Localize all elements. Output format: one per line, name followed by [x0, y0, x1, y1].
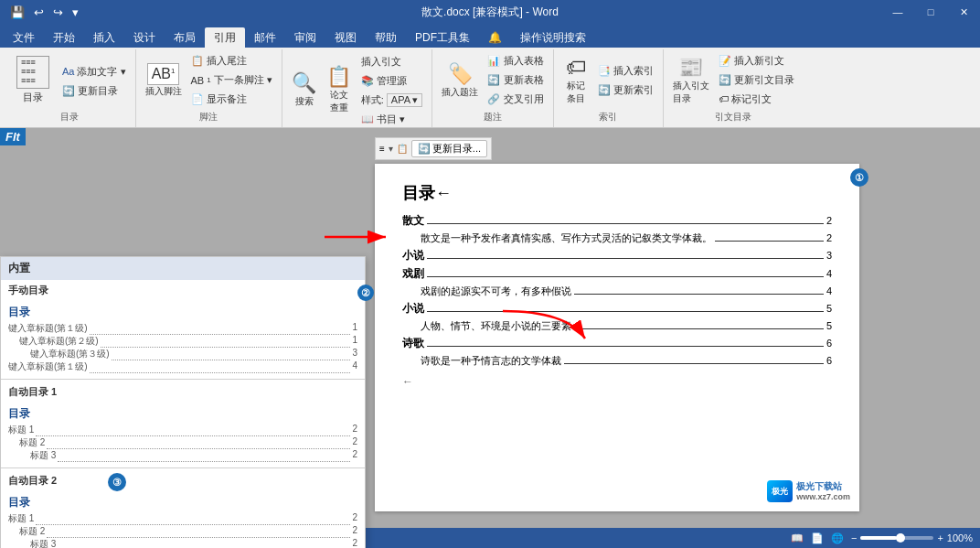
tab-review[interactable]: 审阅 [285, 27, 325, 48]
toc-entry-row-8: 诗歌是一种予情言志的文学体裁 6 [402, 354, 832, 368]
ribbon-content: ≡≡≡ ≡≡≡ ≡≡≡ 目录 Aa 添加文字 ▾ 🔄 更新目录 目录 [0, 48, 980, 128]
tab-mailings[interactable]: 邮件 [245, 27, 285, 48]
manual-toc-option[interactable]: 目录 键入章标题(第１级)1 键入章标题(第２级)1 键入章标题(第３级)3 键… [1, 301, 365, 377]
tab-view[interactable]: 视图 [325, 27, 366, 48]
logo-area: 极光 极光下载站 www.xz7.com [767, 480, 850, 502]
update-toc-doc-btn[interactable]: 🔄 更新目录... [411, 140, 487, 157]
toc-buttons: ≡≡≡ ≡≡≡ ≡≡≡ 目录 Aa 添加文字 ▾ 🔄 更新目录 [9, 51, 130, 109]
tab-file[interactable]: 文件 [4, 27, 44, 48]
minimize-btn[interactable]: — [881, 0, 914, 24]
tab-pdf[interactable]: PDF工具集 [406, 27, 479, 48]
toc-doc-title: 目录← [402, 182, 832, 204]
cross-reference-btn[interactable]: 🔗 交叉引用 [484, 91, 547, 108]
manage-sources-btn[interactable]: 📚 管理源 [357, 72, 427, 90]
auto-toc2-title: 自动目录 2 [1, 470, 365, 491]
manual-toc-title: 手动目录 [1, 280, 365, 301]
save-btn[interactable]: 💾 [7, 4, 27, 21]
quick-access-toolbar: 💾 ↩ ↪ ▾ [0, 0, 89, 24]
captions-buttons: 🏷️ 插入题注 📊 插入表格 🔄 更新表格 🔗 交叉引用 [438, 51, 547, 109]
insert-footnote-btn[interactable]: AB1 插入脚注 [142, 61, 186, 100]
tab-insert[interactable]: 插入 [84, 27, 124, 48]
undo-btn[interactable]: ↩ [31, 4, 47, 21]
mark-entry-btn[interactable]: 🏷 标记条目 [559, 54, 592, 107]
zoom-control: − + 100% [851, 532, 973, 543]
print-view-btn[interactable]: 📄 [811, 532, 824, 544]
toc-dropdown-panel: 内置 ② 手动目录 目录 键入章标题(第１级)1 键入章标题(第２级)1 键入章… [0, 256, 366, 548]
insert-toa-btn[interactable]: 📰 插入引文目录 [669, 54, 713, 107]
group-toa-label: 引文目录 [669, 109, 798, 125]
annotation-3-badge: ③ [108, 473, 126, 491]
window-controls: — □ ✕ [881, 0, 980, 24]
fit-label: FIt [0, 128, 26, 145]
search-btn[interactable]: 🔍 搜索 [288, 70, 321, 110]
authorities-buttons: 📰 插入引文目录 📝 插入新引文 🔄 更新引文目录 🏷 标记引文 [669, 51, 798, 109]
annotation-1-badge: ① [850, 168, 868, 187]
divider-2 [1, 467, 365, 468]
group-index: 🏷 标记条目 📑 插入索引 🔄 更新索引 索引 [554, 49, 664, 127]
tab-layout[interactable]: 布局 [165, 27, 205, 48]
tab-design[interactable]: 设计 [124, 27, 165, 48]
insert-citation-btn[interactable]: 插入引文 [357, 53, 427, 70]
ribbon-tabs: 文件 开始 插入 设计 布局 引用 邮件 审阅 视图 帮助 PDF工具集 🔔 操… [0, 24, 980, 48]
insert-caption-btn[interactable]: 🏷️ 插入题注 [438, 60, 482, 101]
group-footnotes-label: 脚注 [142, 109, 276, 125]
toc-entry-row-6: 人物、情节、环境是小说的三要素 5 [402, 319, 832, 333]
zoom-level: 100% [947, 532, 973, 543]
toolbar-separator: ▾ [389, 144, 393, 154]
group-toc-label: 目录 [9, 109, 130, 125]
toc-entry-row-7: 诗歌 6 [402, 336, 832, 351]
group-captions-label: 题注 [438, 109, 547, 125]
read-view-btn[interactable]: 📖 [791, 532, 804, 544]
tab-help[interactable]: 帮助 [366, 27, 406, 48]
insert-table-of-figures-btn[interactable]: 📊 插入表格 [484, 52, 547, 70]
group-table-of-authorities: 📰 插入引文目录 📝 插入新引文 🔄 更新引文目录 🏷 标记引文 引文目录 [664, 49, 804, 127]
maximize-btn[interactable]: □ [914, 0, 947, 24]
toc-entry-row-4: 戏剧的起源实不可考，有多种假说 4 [402, 285, 832, 298]
auto-toc2-option[interactable]: 目录 标题 12 标题 22 标题 32 [1, 491, 365, 548]
update-index-btn[interactable]: 🔄 更新索引 [594, 81, 657, 99]
tab-references[interactable]: 引用 [205, 27, 245, 48]
web-view-btn[interactable]: 🌐 [831, 532, 844, 544]
annotation-arrow-area [320, 219, 393, 258]
zoom-thumb[interactable] [896, 533, 905, 543]
auto-toc1-option[interactable]: 目录 标题 12 标题 22 标题 32 [1, 403, 365, 466]
toc-entry-row-0: 散文 2 [402, 213, 832, 229]
tab-home[interactable]: 开始 [44, 27, 84, 48]
update-toa-btn[interactable]: 🔄 更新引文目录 [715, 71, 798, 89]
tab-bell[interactable]: 🔔 [479, 27, 511, 48]
show-notes-btn[interactable]: 📄显示备注 [187, 91, 276, 108]
insert-endnote-btn[interactable]: 📋插入尾注 [187, 52, 276, 70]
update-table-btn[interactable]: 🔄 更新表格 [484, 71, 547, 89]
update-toc-btn[interactable]: 🔄 更新目录 [59, 82, 130, 100]
redo-btn[interactable]: ↪ [50, 4, 66, 21]
doc-toolbar: ≡ ▾ 📋 🔄 更新目录... [375, 137, 492, 160]
add-text-btn[interactable]: Aa 添加文字 ▾ [59, 63, 130, 81]
close-btn[interactable]: ✕ [947, 0, 980, 24]
bibliography-btn[interactable]: 📖 书目 ▾ [357, 111, 427, 128]
footnote-buttons: AB1 插入脚注 📋插入尾注 AB1 下一条脚注 ▾ 📄显示备注 [142, 51, 276, 109]
toolbar-nav-icon: ≡ [379, 144, 385, 154]
view-controls: 📖 📄 🌐 − + 100% [791, 532, 973, 544]
index-buttons: 🏷 标记条目 📑 插入索引 🔄 更新索引 [559, 51, 657, 109]
doc-red-arrow [494, 302, 603, 360]
zoom-slider[interactable] [860, 536, 933, 540]
thesis-check-btn[interactable]: 📋 论文查重 [323, 63, 356, 116]
window-title: 散文.docx [兼容模式] - Word [421, 5, 559, 20]
dropdown-header: 内置 ② [1, 257, 365, 280]
toolbar-copy-icon: 📋 [397, 144, 408, 154]
insert-index-btn[interactable]: 📑 插入索引 [594, 62, 657, 80]
toc-main-btn[interactable]: ≡≡≡ ≡≡≡ ≡≡≡ 目录 [9, 54, 57, 106]
insert-new-citation-btn[interactable]: 📝 插入新引文 [715, 52, 798, 70]
group-footnotes: AB1 插入脚注 📋插入尾注 AB1 下一条脚注 ▾ 📄显示备注 脚注 [136, 49, 282, 127]
customize-btn[interactable]: ▾ [69, 4, 81, 21]
group-captions: 🏷️ 插入题注 📊 插入表格 🔄 更新表格 🔗 交叉引用 题注 [432, 49, 553, 127]
tab-search[interactable]: 操作说明搜索 [511, 27, 595, 48]
mark-citation-btn[interactable]: 🏷 标记引文 [715, 91, 798, 108]
next-footnote-btn[interactable]: AB1 下一条脚注 ▾ [187, 71, 276, 89]
red-arrow-svg [320, 219, 393, 255]
logo-text: 极光下载站 www.xz7.com [796, 481, 850, 502]
group-citations: 🔍 搜索 📋 论文查重 插入引文 📚 管理源 样式: APA ▾ 📖 书目 ▾ … [282, 49, 433, 127]
style-dropdown[interactable]: 样式: APA ▾ [357, 91, 427, 109]
doc-arrow-svg [494, 302, 603, 357]
logo-icon: 极光 [767, 480, 793, 502]
